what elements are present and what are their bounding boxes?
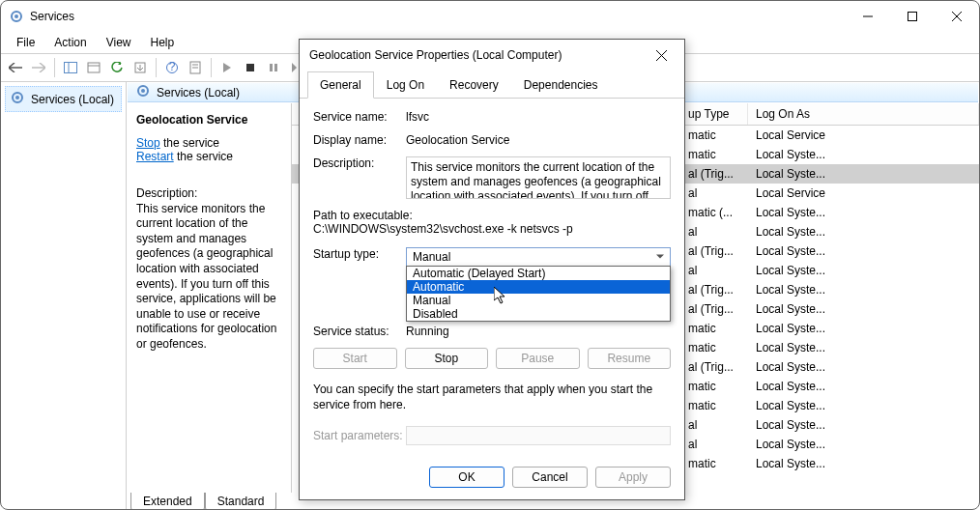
tab-recovery[interactable]: Recovery	[437, 71, 511, 99]
svg-rect-17	[270, 64, 273, 71]
gear-icon	[10, 90, 25, 108]
content-header-label: Services (Local)	[157, 86, 240, 99]
value-description[interactable]: This service monitors the current locati…	[406, 156, 671, 199]
properties-icon[interactable]	[83, 57, 104, 78]
nav-item-services-local[interactable]: Services (Local)	[5, 86, 122, 112]
label-start-params: Start parameters:	[313, 429, 406, 442]
value-display-name: Geolocation Service	[406, 133, 671, 147]
services-app-icon	[9, 9, 24, 24]
startup-type-select[interactable]: Manual	[406, 247, 671, 267]
startup-type-dropdown: Automatic (Delayed Start) Automatic Manu…	[406, 266, 671, 322]
dialog-tabs: General Log On Recovery Dependencies	[300, 71, 684, 99]
resume-button: Resume	[588, 348, 672, 369]
tab-standard[interactable]: Standard	[205, 493, 277, 510]
close-button[interactable]	[935, 1, 979, 32]
tab-general[interactable]: General	[307, 71, 374, 99]
titlebar: Services	[1, 1, 979, 32]
svg-point-1	[14, 14, 18, 18]
cancel-button[interactable]: Cancel	[512, 467, 588, 488]
svg-rect-18	[274, 64, 277, 71]
option-manual[interactable]: Manual	[407, 294, 670, 307]
pause-button: Pause	[496, 348, 580, 369]
label-service-name: Service name:	[313, 110, 406, 124]
value-service-status: Running	[406, 325, 671, 338]
svg-rect-3	[908, 13, 917, 21]
svg-point-21	[15, 96, 19, 99]
start-service-button[interactable]	[216, 57, 238, 78]
help-button[interactable]: ?	[161, 57, 183, 78]
label-description: Description:	[313, 156, 406, 170]
stop-service-button[interactable]	[240, 57, 261, 78]
window-controls	[846, 1, 979, 32]
gear-icon	[135, 83, 151, 101]
option-auto-delayed[interactable]: Automatic (Delayed Start)	[407, 267, 670, 280]
window-title: Services	[30, 10, 846, 23]
show-hide-tree-button[interactable]	[60, 57, 81, 78]
export-button[interactable]	[130, 57, 151, 78]
start-params-input	[406, 426, 671, 445]
back-button[interactable]	[5, 57, 26, 78]
col-log-on-as[interactable]: Log On As	[748, 103, 979, 125]
tab-dependencies[interactable]: Dependencies	[511, 71, 611, 99]
dialog-close-button[interactable]	[648, 42, 675, 69]
detail-title: Geolocation Service	[136, 113, 281, 127]
tab-logon[interactable]: Log On	[374, 71, 437, 99]
menu-view[interactable]: View	[99, 34, 139, 51]
svg-text:?: ?	[169, 62, 176, 73]
desc-text: This service monitors the current locati…	[136, 202, 281, 353]
minimize-button[interactable]	[846, 1, 890, 32]
label-service-status: Service status:	[313, 325, 406, 338]
maximize-button[interactable]	[890, 1, 935, 32]
properties-button[interactable]	[185, 57, 206, 78]
restart-link[interactable]: Restart	[136, 150, 174, 163]
value-service-name: lfsvc	[406, 110, 671, 124]
apply-button: Apply	[595, 467, 671, 488]
ok-button[interactable]: OK	[429, 467, 504, 488]
detail-pane: Geolocation Service Stop the service Res…	[127, 103, 291, 493]
svg-rect-8	[88, 63, 100, 72]
start-params-note: You can specify the start parameters tha…	[313, 382, 671, 412]
stop-button[interactable]: Stop	[405, 348, 489, 369]
tab-extended[interactable]: Extended	[130, 493, 205, 510]
svg-rect-16	[246, 64, 254, 71]
menu-file[interactable]: File	[9, 34, 43, 51]
menu-help[interactable]: Help	[143, 34, 183, 51]
value-path: C:\WINDOWS\system32\svchost.exe -k netsv…	[313, 222, 671, 236]
option-disabled[interactable]: Disabled	[407, 307, 670, 321]
pause-service-button[interactable]	[263, 57, 284, 78]
dialog-titlebar: Geolocation Service Properties (Local Co…	[300, 40, 684, 71]
left-nav: Services (Local)	[1, 82, 127, 509]
dialog-title-text: Geolocation Service Properties (Local Co…	[309, 48, 648, 62]
start-button: Start	[313, 348, 397, 369]
svg-point-23	[141, 89, 145, 93]
stop-link[interactable]: Stop	[136, 136, 160, 150]
label-path: Path to executable:	[313, 209, 671, 222]
properties-dialog: Geolocation Service Properties (Local Co…	[299, 39, 685, 500]
label-startup-type: Startup type:	[313, 247, 406, 261]
label-display-name: Display name:	[313, 133, 406, 147]
menu-action[interactable]: Action	[46, 34, 94, 51]
option-automatic[interactable]: Automatic	[407, 280, 670, 294]
desc-label: Description:	[136, 186, 281, 202]
col-startup-type[interactable]: up Type	[680, 103, 748, 125]
forward-button[interactable]	[28, 57, 49, 78]
nav-item-label: Services (Local)	[31, 93, 114, 106]
svg-rect-6	[65, 63, 77, 73]
refresh-button[interactable]	[106, 57, 128, 78]
